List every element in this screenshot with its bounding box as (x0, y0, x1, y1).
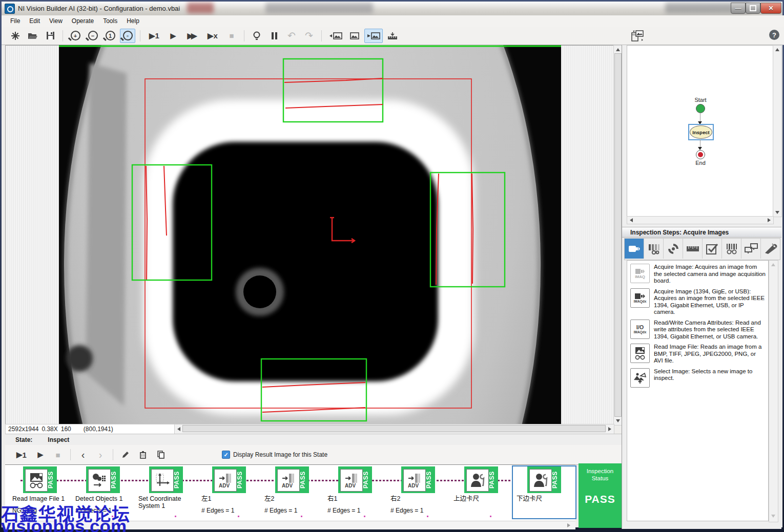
run-n-icon: ▶x (208, 31, 218, 40)
scroll-up-icon[interactable] (775, 48, 779, 51)
palette-vertical-scrollbar[interactable] (769, 260, 778, 522)
imaqdx-icon: IMAQdx (630, 288, 650, 308)
menu-tools[interactable]: Tools (98, 16, 122, 26)
open-button[interactable] (25, 29, 40, 43)
edit-step-button[interactable] (118, 448, 133, 462)
image-horizontal-scrollbar[interactable] (174, 424, 614, 434)
tab-measure-features[interactable] (683, 239, 703, 259)
zoom-one-to-one-button[interactable]: 1 (102, 29, 118, 43)
pause-button[interactable] (266, 29, 282, 43)
pass-badge: PASS (425, 469, 435, 491)
strip-scroll-right-icon[interactable] (567, 523, 570, 527)
scroll-left-icon[interactable] (630, 218, 633, 222)
scroll-thumb[interactable] (182, 425, 606, 432)
state-run-once-button[interactable]: ▶1 (12, 448, 31, 462)
zoom-out-button[interactable]: − (85, 29, 100, 43)
inspect-state-node[interactable]: Inspect (688, 124, 714, 140)
help-button[interactable]: ? (769, 30, 779, 40)
switch-view-button[interactable] (630, 29, 646, 43)
image-status-bar: 2592x19440.38X160(800,1941) (5, 424, 178, 434)
step-edge-left-2[interactable]: ADV PASS 左2 # Edges = 1 (264, 466, 327, 514)
previous-step-button[interactable]: ‹ (75, 448, 91, 462)
step-result: # Edges = 1 (327, 507, 390, 514)
tab-check-presence[interactable] (703, 239, 722, 259)
start-node[interactable] (696, 104, 705, 113)
toolbar-separator (63, 30, 63, 41)
tab-additional-tools[interactable] (761, 239, 780, 259)
start-label: Start (680, 97, 721, 103)
close-button[interactable]: ✕ (760, 3, 781, 14)
run-button[interactable]: ▶ (166, 29, 181, 43)
palette-item-camera-attributes[interactable]: I/O IMAQdx Read/Write Camera Attributes:… (627, 318, 768, 343)
scroll-down-icon[interactable] (771, 515, 775, 518)
delete-step-button[interactable] (135, 448, 151, 462)
step-caliper-bottom-selected[interactable]: PASS 下边卡尺 (517, 466, 579, 507)
menu-edit[interactable]: Edit (25, 16, 45, 26)
stop-button[interactable]: ■ (224, 29, 239, 43)
checkmark-icon (706, 243, 718, 254)
undo-button[interactable]: ↶ (284, 29, 299, 43)
save-button[interactable] (43, 29, 58, 43)
new-inspection-button[interactable] (8, 29, 23, 43)
run-continuous-button[interactable]: ▶▶ (183, 29, 201, 43)
zoom-to-fit-button[interactable]: ▫ (120, 29, 135, 43)
scroll-right-icon[interactable] (768, 218, 771, 222)
maximize-button[interactable] (746, 3, 760, 14)
run-icon: ▶ (170, 31, 176, 40)
step-edge-right-2[interactable]: ADV PASS 右2 # Edges = 1 (390, 466, 453, 514)
tab-communicate[interactable] (741, 239, 761, 259)
diagram-horizontal-scrollbar[interactable] (627, 216, 774, 224)
copy-step-button[interactable] (153, 448, 168, 462)
tab-identify-parts[interactable] (722, 239, 741, 259)
zoom-in-button[interactable]: + (68, 29, 83, 43)
scroll-right-icon[interactable] (608, 427, 611, 431)
palette-item-select-image[interactable]: Select Image: Selects a new image to ins… (627, 367, 768, 390)
current-image-button[interactable] (347, 29, 362, 43)
menu-help[interactable]: Help (122, 16, 144, 26)
end-node[interactable] (696, 150, 705, 159)
scroll-down-icon[interactable] (616, 419, 620, 422)
pass-badge: PASS (110, 469, 119, 491)
diagram-vertical-scrollbar[interactable] (773, 45, 782, 217)
scroll-down-icon[interactable] (775, 211, 779, 214)
display-result-toggle[interactable]: ✓ Display Result Image for this State (222, 451, 327, 459)
previous-image-button[interactable] (326, 29, 345, 43)
scroll-thumb[interactable] (614, 53, 622, 417)
state-toolbar: ▶1 ▶ ■ ‹ › ✓ Display Result Image for th… (5, 445, 628, 465)
palette-item-acquire-image[interactable]: IMAQ Acquire Image: Acquires an image fr… (627, 262, 768, 287)
menu-operate[interactable]: Operate (67, 16, 98, 26)
palette-item-text: Select Image: Selects a new image to ins… (654, 368, 766, 388)
inspection-image[interactable] (59, 45, 561, 424)
scroll-up-icon[interactable] (616, 48, 620, 51)
step-edge-left-1[interactable]: ADV PASS 左1 # Edges = 1 (201, 466, 264, 514)
run-n-times-button[interactable]: ▶x (203, 29, 222, 43)
window-title: NI Vision Builder AI (32-bit) - Configur… (18, 5, 180, 12)
step-result: # Edges = 1 (264, 507, 327, 514)
next-step-button[interactable]: › (93, 448, 108, 462)
scroll-left-icon[interactable] (177, 427, 180, 431)
step-edge-right-1[interactable]: ADV PASS 右1 # Edges = 1 (327, 466, 390, 514)
menu-file[interactable]: File (6, 16, 25, 26)
tab-acquire-images[interactable] (625, 239, 644, 259)
image-previous-icon (329, 32, 342, 39)
pass-badge: PASS (47, 469, 56, 491)
redo-button[interactable]: ↷ (301, 29, 317, 43)
next-image-button[interactable] (364, 29, 383, 43)
tab-locate-features[interactable] (664, 239, 683, 259)
measure-tool-button[interactable] (385, 29, 400, 43)
scroll-up-icon[interactable] (771, 263, 775, 266)
minimize-button[interactable]: — (731, 3, 746, 14)
state-run-button[interactable]: ▶ (33, 448, 48, 462)
menu-view[interactable]: View (45, 16, 67, 26)
step-set-coordinate-system[interactable]: PASS Set Coordinate System 1 (138, 466, 201, 514)
highlight-button[interactable] (249, 29, 264, 43)
tab-enhance-images[interactable] (644, 239, 664, 259)
run-once-button[interactable]: ▶1 (145, 29, 163, 43)
state-stop-button[interactable]: ■ (50, 448, 66, 462)
step-result: # Edges = 1 (390, 507, 453, 514)
palette-item-read-image-file[interactable]: Read Image File: Reads an image from a B… (627, 342, 768, 367)
checkbox-checked-icon[interactable]: ✓ (222, 451, 230, 459)
palette-item-acquire-image-dx[interactable]: IMAQdx Acquire Image (1394, GigE, or USB… (627, 287, 768, 318)
step-caliper-top[interactable]: PASS 上边卡尺 (453, 466, 516, 507)
state-diagram-canvas[interactable]: Start Inspect End (627, 45, 774, 217)
